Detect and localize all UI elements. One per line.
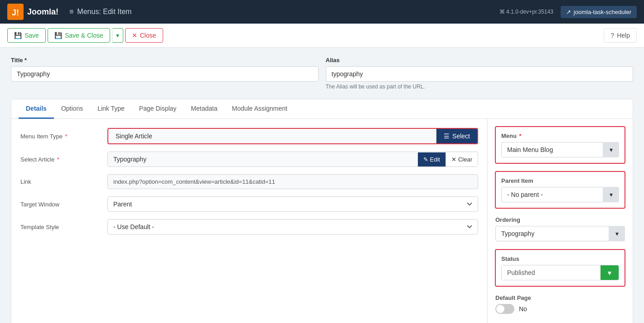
hamburger-icon: ≡ bbox=[69, 8, 73, 16]
parent-item-select-wrapper: - No parent - ▾ bbox=[501, 187, 619, 202]
title-group: Title * bbox=[11, 57, 319, 90]
status-dropdown-button[interactable]: ▾ bbox=[600, 265, 619, 280]
default-page-toggle[interactable] bbox=[495, 304, 514, 314]
tab-module-assignment[interactable]: Module Assignment bbox=[225, 99, 295, 119]
close-button[interactable]: ✕ Close bbox=[125, 28, 163, 43]
ordering-panel: Ordering Typography ▾ bbox=[495, 216, 625, 242]
clear-article-button[interactable]: ✕ Clear bbox=[445, 152, 478, 166]
target-window-select[interactable]: Parent New window with browser navigatio… bbox=[107, 196, 478, 212]
link-row: Link index.php?option=com_content&view=a… bbox=[20, 174, 478, 189]
clear-icon: ✕ bbox=[451, 156, 456, 163]
default-page-toggle-row: No bbox=[495, 304, 625, 314]
form-header: Title * Alias The Alias will be used as … bbox=[11, 57, 633, 90]
close-icon: ✕ bbox=[132, 32, 137, 39]
menu-panel-label: Menu * bbox=[501, 132, 619, 139]
user-button[interactable]: ↗ joomla-task-scheduler bbox=[561, 6, 637, 18]
menu-select[interactable]: Main Menu Blog bbox=[501, 142, 619, 157]
required-star-3: * bbox=[519, 132, 522, 139]
ordering-select-wrapper: Typography ▾ bbox=[495, 226, 625, 241]
navbar: J! Joomla! ≡ Menus: Edit Item ⌘ 4.1.0-de… bbox=[0, 0, 644, 24]
target-window-label: Target Window bbox=[20, 201, 102, 208]
template-style-row: Template Style - Use Default - bbox=[20, 219, 478, 235]
status-panel: Status Published ▾ bbox=[495, 249, 625, 287]
edit-button-label: Edit bbox=[430, 156, 440, 163]
title-input[interactable] bbox=[11, 66, 319, 82]
select-article-row: Select Article * Typography ✎ Edit ✕ Cle… bbox=[20, 152, 478, 167]
help-button[interactable]: ? Help bbox=[604, 28, 637, 43]
menu-item-type-label: Menu Item Type * bbox=[20, 133, 102, 140]
menu-item-type-row: Menu Item Type * Single Article ☰ Select bbox=[20, 128, 478, 144]
alias-input[interactable] bbox=[326, 66, 634, 82]
tab-page-display[interactable]: Page Display bbox=[132, 99, 184, 119]
tabs-container: Details Options Link Type Page Display M… bbox=[11, 99, 633, 323]
template-style-select[interactable]: - Use Default - bbox=[107, 219, 478, 235]
navbar-title: ≡ Menus: Edit Item bbox=[69, 8, 499, 16]
article-value: Typography bbox=[108, 152, 418, 166]
version-text: ⌘ 4.1.0-dev+pr.35143 bbox=[499, 9, 553, 15]
parent-item-select[interactable]: - No parent - bbox=[501, 187, 619, 202]
navbar-brand: J! Joomla! bbox=[7, 4, 58, 20]
select-button-label: Select bbox=[452, 132, 470, 140]
save-button[interactable]: 💾 Save bbox=[7, 28, 46, 43]
alias-label: Alias bbox=[326, 57, 634, 64]
default-page-label: Default Page bbox=[495, 294, 625, 301]
ordering-label: Ordering bbox=[495, 216, 625, 223]
save-close-button[interactable]: 💾 Save & Close bbox=[48, 28, 110, 43]
edit-article-button[interactable]: ✎ Edit bbox=[418, 152, 445, 166]
select-article-label: Select Article * bbox=[20, 156, 102, 163]
menu-select-wrapper: Main Menu Blog ▾ bbox=[501, 142, 619, 157]
tabs-nav: Details Options Link Type Page Display M… bbox=[11, 99, 633, 119]
alias-group: Alias The Alias will be used as part of … bbox=[326, 57, 634, 90]
tab-details[interactable]: Details bbox=[19, 99, 54, 119]
help-label: Help bbox=[617, 32, 630, 39]
link-value: index.php?option=com_content&view=articl… bbox=[107, 174, 478, 189]
default-page-value: No bbox=[519, 305, 527, 313]
default-page-panel: Default Page No bbox=[495, 294, 625, 314]
close-label: Close bbox=[140, 32, 156, 39]
tab-options[interactable]: Options bbox=[54, 99, 90, 119]
svg-text:J!: J! bbox=[12, 8, 19, 17]
menu-item-type-field: Single Article ☰ Select bbox=[107, 128, 478, 144]
target-window-field: Parent New window with browser navigatio… bbox=[107, 196, 478, 212]
clear-button-label: Clear bbox=[458, 156, 472, 163]
navbar-right: ⌘ 4.1.0-dev+pr.35143 ↗ joomla-task-sched… bbox=[499, 6, 637, 18]
article-wrapper: Typography ✎ Edit ✕ Clear bbox=[107, 152, 478, 167]
required-star-2: * bbox=[57, 156, 59, 163]
target-window-row: Target Window Parent New window with bro… bbox=[20, 196, 478, 212]
dropdown-arrow-icon: ▾ bbox=[116, 32, 119, 39]
save-close-icon: 💾 bbox=[54, 32, 62, 39]
menu-item-type-wrapper: Single Article ☰ Select bbox=[107, 128, 478, 144]
tab-sidebar: Menu * Main Menu Blog ▾ Parent Item - N bbox=[488, 119, 633, 323]
tab-metadata[interactable]: Metadata bbox=[184, 99, 224, 119]
tab-details-content: Menu Item Type * Single Article ☰ Select bbox=[11, 119, 633, 323]
link-label: Link bbox=[20, 178, 102, 185]
edit-icon: ✎ bbox=[423, 156, 428, 163]
ordering-select[interactable]: Typography bbox=[495, 226, 625, 241]
parent-item-panel: Parent Item - No parent - ▾ bbox=[495, 171, 625, 209]
brand-name: Joomla! bbox=[27, 7, 58, 17]
save-close-label: Save & Close bbox=[65, 32, 103, 39]
tab-main-fields: Menu Item Type * Single Article ☰ Select bbox=[11, 119, 488, 323]
status-label: Status bbox=[501, 255, 619, 262]
save-icon: 💾 bbox=[14, 32, 22, 39]
external-link-icon: ↗ bbox=[566, 9, 571, 15]
status-chevron-icon: ▾ bbox=[608, 269, 611, 277]
title-label: Title * bbox=[11, 57, 319, 64]
template-style-label: Template Style bbox=[20, 224, 102, 230]
menu-item-type-value: Single Article bbox=[108, 129, 436, 143]
parent-item-label: Parent Item bbox=[501, 177, 619, 184]
required-star: * bbox=[65, 133, 68, 140]
toolbar: 💾 Save 💾 Save & Close ▾ ✕ Close ? Help bbox=[0, 24, 644, 48]
main-content: Title * Alias The Alias will be used as … bbox=[0, 48, 644, 323]
alias-hint: The Alias will be used as part of the UR… bbox=[326, 83, 634, 90]
save-dropdown-button[interactable]: ▾ bbox=[112, 28, 123, 43]
list-icon: ☰ bbox=[444, 132, 450, 140]
status-value: Published bbox=[502, 265, 600, 280]
status-wrapper: Published ▾ bbox=[501, 265, 619, 280]
select-type-button[interactable]: ☰ Select bbox=[436, 129, 477, 143]
username-text: joomla-task-scheduler bbox=[574, 9, 631, 15]
tab-link-type[interactable]: Link Type bbox=[90, 99, 132, 119]
template-style-field: - Use Default - bbox=[107, 219, 478, 235]
joomla-logo-icon: J! bbox=[7, 4, 24, 20]
menu-panel: Menu * Main Menu Blog ▾ bbox=[495, 126, 625, 164]
